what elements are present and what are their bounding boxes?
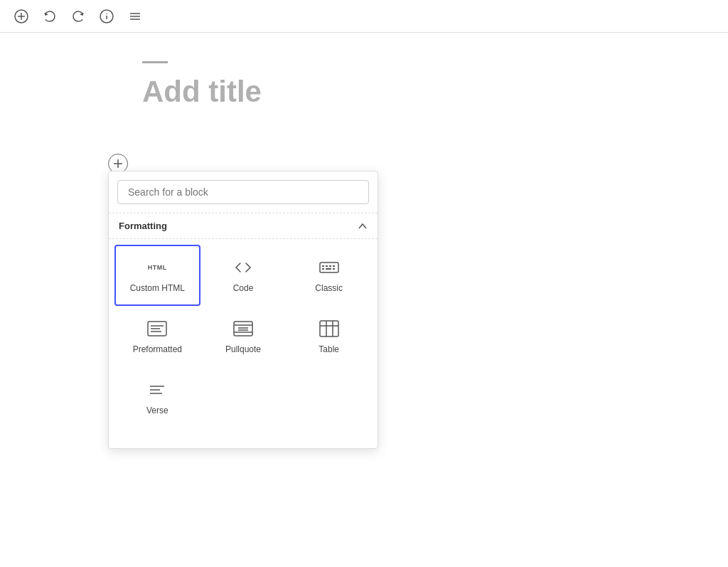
block-item-classic[interactable]: Classic <box>286 245 372 306</box>
pullquote-icon <box>233 319 253 339</box>
svg-rect-18 <box>333 268 335 270</box>
menu-button[interactable] <box>125 6 145 26</box>
block-label-pullquote: Pullquote <box>225 344 261 354</box>
add-block-toolbar-button[interactable] <box>11 6 31 26</box>
block-item-table[interactable]: Table <box>286 306 372 367</box>
redo-icon <box>71 9 85 23</box>
search-input[interactable] <box>117 180 369 204</box>
search-container <box>109 171 378 210</box>
redo-button[interactable] <box>68 6 88 26</box>
block-item-preformatted[interactable]: Preformatted <box>114 306 200 367</box>
svg-rect-14 <box>329 265 331 267</box>
toolbar <box>0 0 728 33</box>
block-label-table: Table <box>318 344 339 354</box>
undo-icon <box>43 9 57 23</box>
preformatted-icon <box>147 319 167 339</box>
block-grid: HTML Custom HTML Code <box>109 239 378 434</box>
title-separator <box>142 61 168 63</box>
svg-rect-17 <box>326 268 331 270</box>
block-label-preformatted: Preformatted <box>133 344 182 354</box>
block-item-custom-html[interactable]: HTML Custom HTML <box>114 245 200 306</box>
block-inserter-popup: Formatting HTML Custom HTML <box>108 171 378 449</box>
block-item-verse[interactable]: Verse <box>114 367 200 428</box>
block-item-code[interactable]: Code <box>200 245 287 306</box>
svg-rect-11 <box>320 263 338 272</box>
editor-title[interactable]: Add title <box>142 75 728 109</box>
info-icon <box>100 9 114 23</box>
formatting-section-header[interactable]: Formatting <box>109 213 378 239</box>
table-icon <box>319 319 339 339</box>
svg-rect-15 <box>333 265 335 267</box>
verse-icon <box>149 380 166 400</box>
block-label-custom-html: Custom HTML <box>130 283 185 293</box>
svg-rect-28 <box>320 321 338 337</box>
chevron-up-icon <box>358 221 368 231</box>
svg-rect-12 <box>322 265 324 267</box>
add-small-icon <box>113 159 123 169</box>
add-icon <box>14 9 28 23</box>
svg-rect-16 <box>322 268 324 270</box>
block-item-pullquote[interactable]: Pullquote <box>200 306 287 367</box>
block-label-code: Code <box>233 283 254 293</box>
section-label: Formatting <box>119 221 167 231</box>
code-icon <box>235 258 252 277</box>
undo-button[interactable] <box>40 6 60 26</box>
svg-point-5 <box>106 13 107 14</box>
info-button[interactable] <box>97 6 117 26</box>
block-label-classic: Classic <box>315 283 343 293</box>
svg-rect-13 <box>326 265 328 267</box>
menu-icon <box>128 9 142 23</box>
svg-rect-23 <box>234 322 252 336</box>
editor-area: Add title Formatting HTML <box>0 33 728 166</box>
custom-html-icon: HTML <box>148 258 167 277</box>
block-label-verse: Verse <box>146 406 168 415</box>
keyboard-icon <box>319 258 339 277</box>
